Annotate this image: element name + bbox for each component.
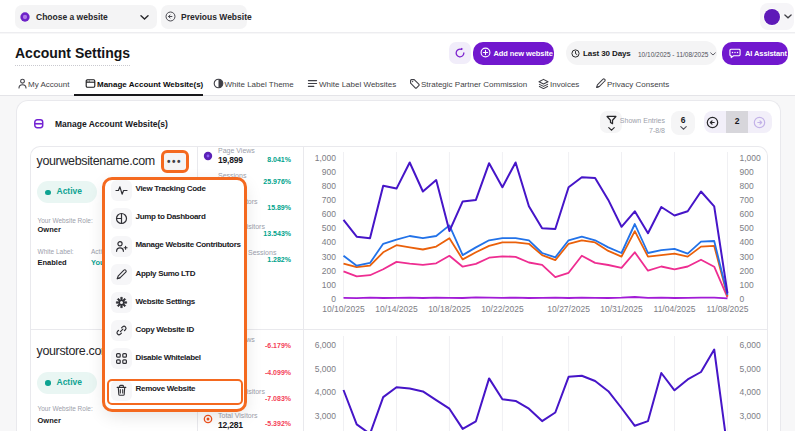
- svg-text:4,000: 4,000: [740, 387, 762, 397]
- svg-text:100: 100: [322, 280, 336, 290]
- svg-text:200: 200: [322, 266, 336, 276]
- svg-text:10/27/2025: 10/27/2025: [547, 304, 590, 314]
- svg-text:5,000: 5,000: [740, 364, 762, 374]
- svg-text:300: 300: [322, 252, 336, 262]
- svg-text:3,000: 3,000: [740, 411, 762, 421]
- svg-text:800: 800: [740, 181, 754, 191]
- svg-text:300: 300: [740, 252, 754, 262]
- svg-text:600: 600: [322, 209, 336, 219]
- svg-text:900: 900: [322, 167, 336, 177]
- svg-text:600: 600: [740, 209, 754, 219]
- svg-text:500: 500: [322, 223, 336, 233]
- svg-text:400: 400: [740, 237, 754, 247]
- svg-text:500: 500: [740, 223, 754, 233]
- svg-text:3,000: 3,000: [315, 411, 337, 421]
- svg-text:700: 700: [322, 195, 336, 205]
- svg-text:100: 100: [740, 280, 754, 290]
- svg-text:10/14/2025: 10/14/2025: [375, 304, 418, 314]
- svg-text:1,000: 1,000: [740, 153, 762, 163]
- svg-text:10/18/2025: 10/18/2025: [428, 304, 471, 314]
- svg-text:6,000: 6,000: [315, 340, 337, 350]
- svg-text:1,000: 1,000: [315, 153, 337, 163]
- svg-text:400: 400: [322, 237, 336, 247]
- svg-text:10/22/2025: 10/22/2025: [481, 304, 524, 314]
- svg-text:900: 900: [740, 167, 754, 177]
- svg-text:800: 800: [322, 181, 336, 191]
- svg-text:10/10/2025: 10/10/2025: [322, 304, 365, 314]
- svg-text:700: 700: [740, 195, 754, 205]
- svg-text:11/08/2025: 11/08/2025: [707, 304, 749, 314]
- svg-text:200: 200: [740, 266, 754, 276]
- svg-text:0: 0: [331, 294, 336, 304]
- svg-text:5,000: 5,000: [315, 364, 337, 374]
- svg-text:0: 0: [740, 294, 745, 304]
- svg-text:10/31/2025: 10/31/2025: [600, 304, 643, 314]
- svg-text:6,000: 6,000: [740, 340, 762, 350]
- svg-text:4,000: 4,000: [315, 387, 337, 397]
- svg-text:11/04/2025: 11/04/2025: [654, 304, 696, 314]
